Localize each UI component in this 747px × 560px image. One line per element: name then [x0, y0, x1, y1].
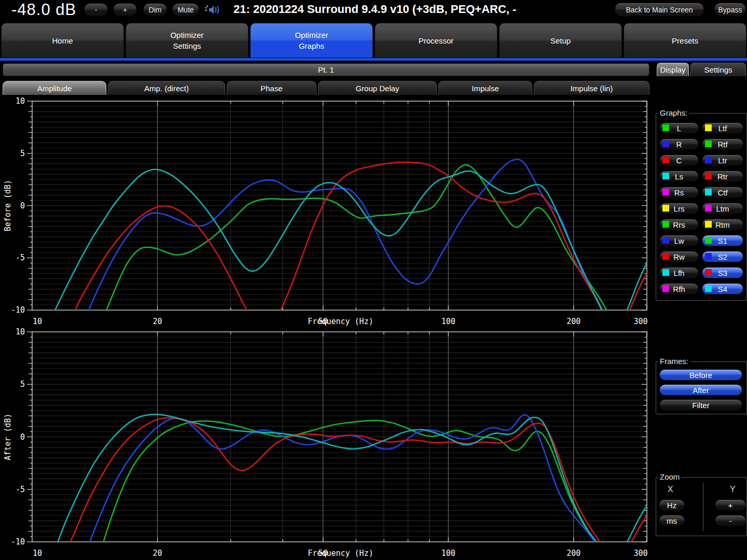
legend-button-l[interactable]: L	[659, 122, 699, 134]
color-swatch	[662, 253, 669, 260]
graph-tab-group-delay[interactable]: Group Delay	[318, 81, 437, 95]
after-chart[interactable]: -10-50510102050100200300Frequency (Hz)Af…	[0, 328, 653, 560]
legend-button-rtf[interactable]: Rtf	[702, 138, 743, 150]
color-swatch	[705, 253, 712, 260]
graph-tab-amplitude[interactable]: Amplitude	[3, 81, 106, 95]
y-axis-label: After (dB)	[3, 413, 12, 460]
tab-label: Setup	[550, 35, 571, 46]
dim-button[interactable]: Dim	[143, 3, 167, 16]
legend-button-rrs[interactable]: Rrs	[659, 219, 699, 230]
zoom-x-ms-button[interactable]: ms	[659, 515, 685, 526]
legend-label: R	[676, 140, 682, 149]
color-swatch	[705, 221, 712, 228]
legend-button-lrs[interactable]: Lrs	[659, 203, 699, 214]
color-swatch	[705, 205, 712, 212]
y-tick-label: 0	[20, 201, 25, 211]
legend-button-rs[interactable]: Rs	[659, 187, 699, 198]
legend-label: S4	[718, 285, 727, 293]
legend-button-ltf[interactable]: Ltf	[702, 122, 743, 134]
volume-up-button[interactable]: +	[113, 3, 137, 16]
graph-tab-amp-direct[interactable]: Amp. (direct)	[108, 81, 225, 95]
graph-tab-phase[interactable]: Phase	[227, 81, 316, 95]
graphs-group-title: Graphs:	[658, 108, 689, 117]
x-tick-label: 200	[566, 317, 580, 326]
legend-button-ctf[interactable]: Ctf	[702, 187, 743, 198]
frame-button-before[interactable]: Before	[659, 369, 742, 381]
zoom-group-title: Zoom	[658, 472, 681, 481]
zoom-y-plus-button[interactable]: +	[715, 499, 746, 511]
legend-button-s2[interactable]: S2	[702, 251, 743, 262]
color-swatch	[662, 205, 669, 212]
tab-optimizer-graphs[interactable]: OptimizerGraphs	[250, 23, 373, 58]
before-chart[interactable]: -10-50510102050100200300Frequency (Hz)Be…	[0, 97, 653, 329]
x-tick-label: 100	[441, 317, 455, 326]
zoom-y-minus-button[interactable]: -	[715, 515, 746, 526]
x-tick-label: 100	[441, 549, 455, 558]
speaker-icon	[204, 4, 221, 18]
legend-button-lfh[interactable]: Lfh	[659, 267, 699, 278]
legend-button-ltm[interactable]: Ltm	[702, 203, 743, 214]
x-tick-label: 10	[33, 317, 42, 326]
series-s3	[73, 162, 647, 329]
legend-button-s3[interactable]: S3	[702, 267, 743, 278]
x-tick-label: 300	[633, 549, 647, 558]
zoom-x-label: X	[668, 485, 673, 494]
graph-tab-impulse-lin[interactable]: Impulse (lin)	[534, 81, 649, 95]
volume-down-button[interactable]: -	[84, 3, 108, 16]
legend-button-ltr[interactable]: Ltr	[702, 155, 743, 166]
legend-button-lw[interactable]: Lw	[659, 235, 699, 246]
graph-tab-impulse[interactable]: Impulse	[438, 81, 532, 95]
color-swatch	[705, 285, 712, 292]
tab-home[interactable]: Home	[1, 23, 124, 58]
color-swatch	[662, 189, 669, 195]
color-swatch	[662, 124, 669, 131]
bypass-button[interactable]: Bypass	[714, 3, 746, 17]
color-swatch	[705, 173, 712, 179]
mute-button[interactable]: Mute	[172, 3, 199, 16]
zoom-x-hz-button[interactable]: Hz	[659, 499, 685, 511]
y-tick-label: -5	[16, 485, 25, 494]
legend-button-rw[interactable]: Rw	[659, 251, 699, 262]
legend-button-rtr[interactable]: Rtr	[702, 171, 743, 182]
frame-button-after[interactable]: After	[659, 384, 742, 396]
color-swatch	[705, 269, 712, 276]
legend-label: Rfh	[673, 285, 685, 293]
legend-label: Rtf	[717, 140, 727, 149]
tab-label: Processor	[419, 35, 454, 46]
y-tick-label: -10	[11, 305, 25, 315]
tab-label: Graphs	[299, 40, 324, 51]
legend-button-s4[interactable]: S4	[702, 283, 743, 295]
color-swatch	[662, 237, 669, 244]
tab-label: Settings	[173, 40, 201, 51]
legend-button-s1[interactable]: S1	[702, 235, 743, 246]
tab-processor[interactable]: Processor	[375, 23, 497, 58]
legend-label: Ltf	[718, 124, 727, 133]
color-swatch	[662, 141, 669, 147]
master-level-display: -48.0 dB	[11, 1, 76, 19]
tab-presets[interactable]: Presets	[624, 23, 746, 58]
tab-setup[interactable]: Setup	[499, 23, 622, 58]
panel-tab-display[interactable]: Display	[657, 63, 689, 76]
legend-label: Lrs	[674, 204, 685, 213]
color-swatch	[705, 189, 712, 195]
legend-button-c[interactable]: C	[659, 155, 699, 166]
frame-button-filter[interactable]: Filter	[659, 399, 742, 411]
legend-button-rtm[interactable]: Rtm	[702, 219, 743, 230]
legend-button-ls[interactable]: Ls	[659, 171, 699, 182]
x-tick-label: 20	[153, 549, 162, 558]
panel-tab-settings[interactable]: Settings	[690, 63, 746, 76]
color-swatch	[705, 141, 712, 147]
color-swatch	[662, 157, 669, 163]
legend-button-r[interactable]: R	[659, 138, 699, 150]
x-tick-label: 10	[33, 549, 42, 558]
series-s3	[68, 418, 647, 559]
legend-label: C	[676, 156, 682, 165]
back-to-main-screen-button[interactable]: Back to Main Screen	[615, 3, 704, 17]
legend-button-rfh[interactable]: Rfh	[659, 283, 699, 295]
tab-label: Presets	[672, 35, 698, 46]
legend-label: Lfh	[674, 269, 685, 277]
tab-optimizer-settings[interactable]: OptimizerSettings	[126, 23, 248, 58]
measurement-point-header[interactable]: Pt. 1	[3, 63, 649, 76]
graphs-group: Graphs: LLtfRRtfCLtrLsRtrRsCtfLrsLtmRrsR…	[656, 113, 747, 301]
y-tick-label: 0	[20, 432, 25, 442]
